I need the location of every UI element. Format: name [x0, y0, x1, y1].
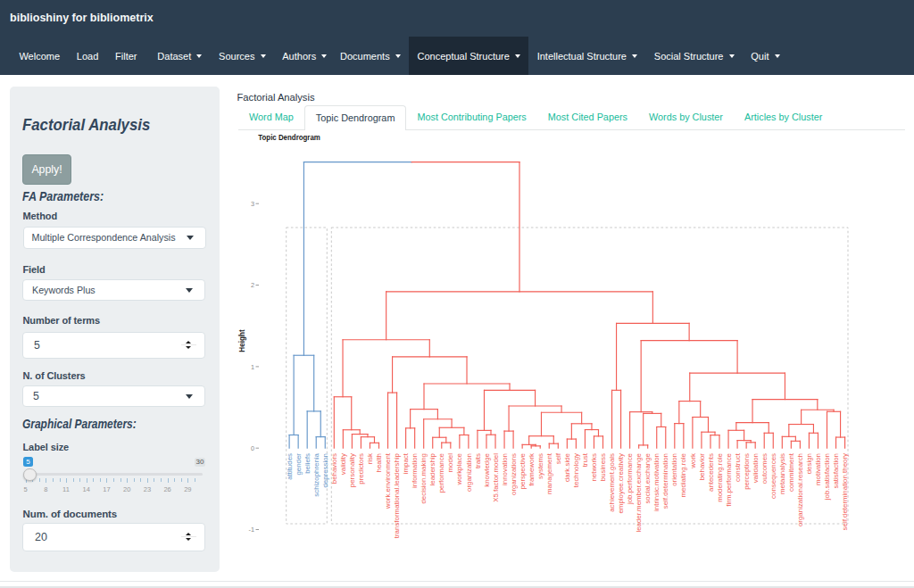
svg-text:metaanalysis: metaanalysis — [778, 453, 786, 494]
svg-text:technology: technology — [572, 453, 580, 487]
svg-text:Height: Height — [238, 329, 246, 352]
svg-text:management: management — [545, 452, 553, 494]
svg-text:depression: depression — [321, 453, 329, 488]
svg-text:impact: impact — [402, 452, 410, 474]
svg-text:predictors: predictors — [357, 453, 365, 484]
svg-text:job.satisfaction: job.satisfaction — [823, 453, 831, 501]
svg-text:3: 3 — [251, 200, 254, 208]
svg-text:2: 2 — [251, 281, 254, 289]
svg-text:validity: validity — [339, 453, 347, 475]
svg-text:antecedents: antecedents — [707, 453, 715, 492]
svg-text:commitment: commitment — [787, 452, 795, 492]
svg-text:workplace: workplace — [455, 452, 463, 485]
svg-text:satisfaction: satisfaction — [832, 453, 840, 488]
svg-text:gender: gender — [295, 453, 303, 476]
svg-text:personality: personality — [348, 453, 356, 487]
svg-text:networks: networks — [590, 453, 598, 482]
svg-text:perspective: perspective — [519, 452, 527, 489]
svg-text:self.determination.theory: self.determination.theory — [841, 453, 849, 530]
svg-text:information: information — [411, 453, 419, 488]
svg-text:self: self — [554, 452, 562, 464]
svg-text:intrinsic.motivation: intrinsic.motivation — [652, 453, 661, 511]
svg-text:transformational.leadership: transformational.leadership — [393, 452, 401, 538]
svg-text:attitudes: attitudes — [286, 453, 294, 480]
svg-text:performance: performance — [437, 452, 445, 493]
svg-text:decision.making: decision.making — [420, 453, 428, 504]
svg-text:-1: -1 — [249, 526, 255, 534]
svg-text:organizations: organizations — [510, 453, 518, 495]
svg-text:moderating.role: moderating.role — [716, 452, 724, 501]
svg-text:employee.creativity: employee.creativity — [617, 453, 625, 514]
svg-text:Topic Dendrogram: Topic Dendrogram — [258, 133, 320, 142]
svg-text:knowledge: knowledge — [483, 452, 491, 486]
svg-text:leadership: leadership — [428, 452, 436, 485]
svg-text:mediating.role: mediating.role — [679, 452, 687, 497]
svg-text:dark.side: dark.side — [563, 452, 571, 482]
svg-text:X5.factor.model: X5.factor.model — [492, 453, 500, 502]
svg-text:validation: validation — [752, 453, 760, 483]
svg-text:trust: trust — [581, 452, 589, 467]
svg-text:social.exchange: social.exchange — [644, 452, 652, 503]
svg-text:model: model — [446, 453, 454, 473]
svg-text:traits: traits — [474, 453, 482, 468]
svg-text:outcomes: outcomes — [760, 453, 769, 484]
svg-text:achievement.goals: achievement.goals — [608, 453, 616, 512]
svg-text:organizational.research: organizational.research — [796, 453, 804, 526]
svg-text:consequences: consequences — [769, 453, 777, 499]
svg-text:design: design — [805, 453, 813, 474]
svg-text:systems: systems — [536, 453, 544, 479]
svg-text:perceptions: perceptions — [743, 453, 751, 490]
svg-text:behavior: behavior — [698, 453, 706, 481]
svg-text:job.performance: job.performance — [626, 452, 634, 505]
svg-text:self.determination: self.determination — [661, 453, 669, 509]
svg-text:risk: risk — [366, 453, 374, 464]
svg-text:beliefs: beliefs — [303, 453, 312, 474]
svg-text:0: 0 — [251, 444, 254, 452]
svg-text:leader.member.exchange: leader.member.exchange — [635, 452, 643, 532]
svg-text:motivation: motivation — [814, 453, 822, 485]
svg-text:work: work — [689, 453, 697, 469]
svg-text:business: business — [599, 453, 607, 481]
svg-text:orientation: orientation — [670, 453, 678, 486]
svg-text:firm.performance: firm.performance — [725, 452, 733, 506]
svg-text:organization: organization — [465, 453, 473, 492]
svg-text:health: health — [375, 453, 383, 473]
svg-text:construct: construct — [734, 452, 742, 482]
svg-text:work.environment: work.environment — [384, 452, 392, 509]
svg-text:framework: framework — [528, 453, 536, 486]
svg-text:schizophrenia: schizophrenia — [312, 452, 320, 496]
svg-text:innovation: innovation — [501, 453, 509, 485]
svg-text:behaviors: behaviors — [330, 453, 338, 484]
svg-text:1: 1 — [251, 363, 254, 371]
